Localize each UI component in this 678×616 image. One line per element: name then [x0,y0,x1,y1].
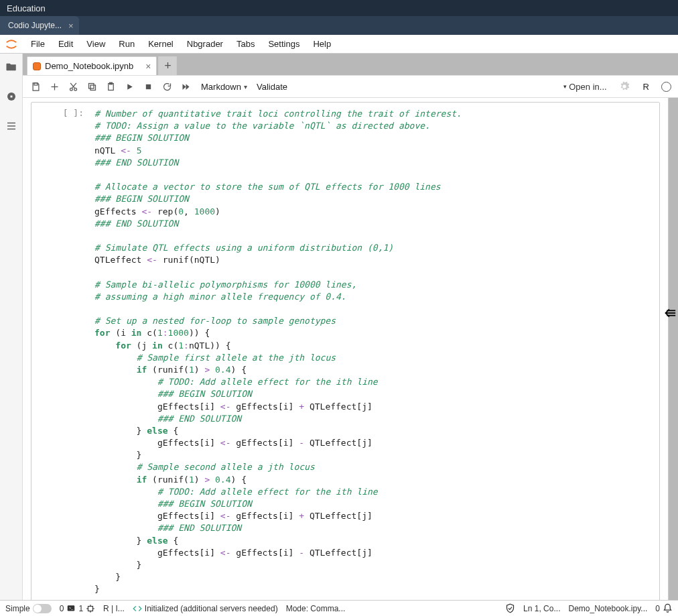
menu-file[interactable]: File [24,36,52,52]
status-bar: Simple 0 >_ 1 R | I... Initialized (addi… [0,600,678,616]
notebook-body[interactable]: [ ]: # Number of quantitative trait loci… [23,98,669,600]
validate-button[interactable]: Validate [257,82,287,92]
browser-tab-strip: Codio Jupyte... × [0,16,678,35]
svg-point-9 [74,88,76,90]
status-mode[interactable]: Mode: Comma... [286,604,346,613]
menu-run[interactable]: Run [112,36,141,52]
svg-rect-17 [145,84,150,88]
paste-icon[interactable] [105,80,117,93]
browser-tab[interactable]: Codio Jupyte... × [0,16,79,35]
open-in-dropdown[interactable]: ▾ Open in... [563,82,606,92]
document-tab[interactable]: Demo_Notebook.ipynb × [27,56,157,75]
app-title: Education [7,3,46,13]
save-icon[interactable] [29,80,42,93]
jupyter-logo-icon [4,37,19,52]
chevron-down-icon: ▾ [244,83,247,90]
menu-tabs[interactable]: Tabs [230,36,261,52]
kernel-status-icon[interactable] [661,82,671,92]
svg-marker-16 [127,84,133,90]
close-icon[interactable]: × [68,21,74,31]
menu-view[interactable]: View [80,36,112,52]
simple-mode-toggle[interactable]: Simple [5,604,52,613]
svg-rect-22 [88,606,93,611]
menu-bar: File Edit View Run Kernel Nbgrader Tabs … [0,35,678,54]
run-icon[interactable] [123,80,135,93]
cut-icon[interactable] [67,80,79,93]
folder-icon[interactable] [5,60,18,74]
chip-icon [86,604,95,613]
toggle-icon [33,604,52,613]
svg-marker-19 [186,84,189,90]
new-launcher-button[interactable]: + [158,56,177,75]
browser-tab-label: Codio Jupyte... [8,21,62,30]
menu-settings[interactable]: Settings [261,36,306,52]
code-cell[interactable]: [ ]: # Number of quantitative trait loci… [31,102,660,600]
status-trusted-icon[interactable] [505,603,515,613]
document-tab-label: Demo_Notebook.ipynb [45,61,133,71]
restart-icon[interactable] [161,80,173,93]
add-cell-icon[interactable] [48,80,60,93]
svg-rect-5 [34,82,38,84]
svg-point-8 [70,88,72,90]
collapse-right-icon[interactable] [661,303,678,323]
close-icon[interactable]: × [145,61,151,72]
simple-label: Simple [5,604,30,613]
toc-icon[interactable] [5,119,18,133]
terminal-icon: >_ [66,604,76,613]
chevron-down-icon: ▾ [563,83,567,90]
menu-nbgrader[interactable]: Nbgrader [180,36,230,52]
stop-icon[interactable] [142,80,154,93]
status-language[interactable]: R | I... [103,604,125,613]
menu-kernel[interactable]: Kernel [141,36,180,52]
status-terminals[interactable]: 0 >_ 1 [60,604,95,613]
document-tab-strip: Demo_Notebook.ipynb × + [23,54,678,75]
status-lsp[interactable]: Initialized (additional servers needed) [133,604,278,613]
notebook-toolbar: Markdown ▾ Validate ▾ Open in... R [23,75,678,98]
svg-rect-12 [90,85,96,90]
notebook-icon [33,62,41,70]
menu-help[interactable]: Help [306,36,338,52]
svg-text:>_: >_ [69,606,73,610]
open-in-label: Open in... [569,82,606,92]
gear-icon[interactable] [619,81,630,92]
cell-prompt: [ ]: [31,103,92,600]
cell-type-label: Markdown [201,82,241,92]
running-terminals-icon[interactable] [5,90,18,103]
status-notifications[interactable]: 0 [655,603,673,613]
bell-icon [663,603,673,613]
cell-type-dropdown[interactable]: Markdown ▾ [198,80,250,93]
svg-marker-18 [182,84,186,90]
app-top-bar: Education [0,0,678,16]
menu-edit[interactable]: Edit [52,36,80,52]
status-cursor[interactable]: Ln 1, Co... [523,604,560,613]
kernel-name[interactable]: R [643,82,649,92]
code-editor[interactable]: # Number of quantitative trait loci cont… [92,103,659,600]
status-filename[interactable]: Demo_Notebook.ipy... [568,604,647,613]
svg-rect-13 [88,83,94,88]
code-icon [133,604,142,613]
svg-rect-1 [10,96,12,98]
copy-icon[interactable] [86,80,98,93]
activity-bar [0,54,23,600]
fast-forward-icon[interactable] [180,80,192,93]
